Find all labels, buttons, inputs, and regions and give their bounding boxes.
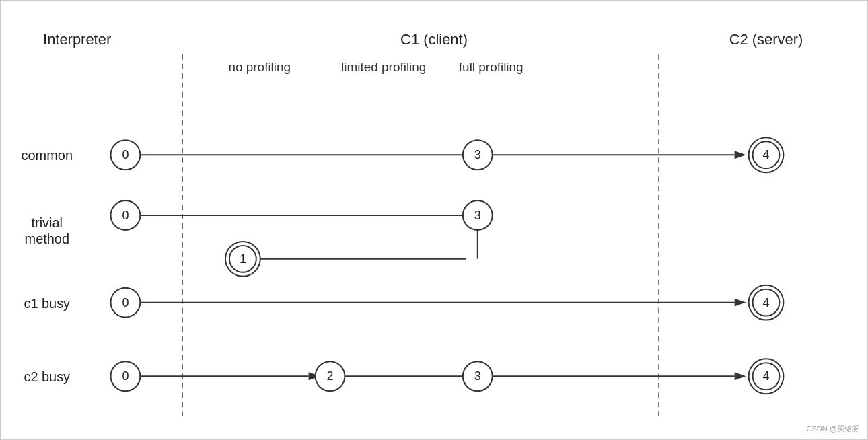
sublabel-limited-profiling: limited profiling [341,60,426,74]
row-common-label: common [22,148,73,163]
sublabel-no-profiling: no profiling [228,60,291,74]
node-c2busy-2-label: 2 [326,369,333,383]
row-c1busy-label: c1 busy [24,296,70,311]
sublabel-full-profiling: full profiling [459,60,523,74]
node-c1busy-0-label: 0 [122,296,129,309]
node-c2busy-4-label: 4 [762,369,769,383]
node-c1busy-4-label: 4 [762,296,769,309]
col-interpreter-label: Interpreter [43,31,111,48]
node-c2busy-3-label: 3 [474,369,481,383]
node-c2busy-0-label: 0 [122,369,129,383]
diagram-container: Interpreter C1 (client) C2 (server) no p… [0,0,868,440]
node-trivial-1-label: 1 [240,252,246,266]
col-c1-label: C1 (client) [400,31,468,48]
col-c2-label: C2 (server) [729,31,803,48]
node-common-4-label: 4 [762,148,769,161]
node-common-3-label: 3 [474,148,481,161]
row-trivial-label2: method [25,231,69,246]
node-trivial-0-label: 0 [122,209,129,222]
node-trivial-3-label: 3 [474,209,481,222]
diagram-inner: Interpreter C1 (client) C2 (server) no p… [1,1,867,439]
row-trivial-label1: trivial [32,215,63,230]
row-c2busy-label: c2 busy [24,369,70,384]
watermark: CSDN @买铭呀 [807,424,859,434]
node-common-0-label: 0 [122,148,129,161]
